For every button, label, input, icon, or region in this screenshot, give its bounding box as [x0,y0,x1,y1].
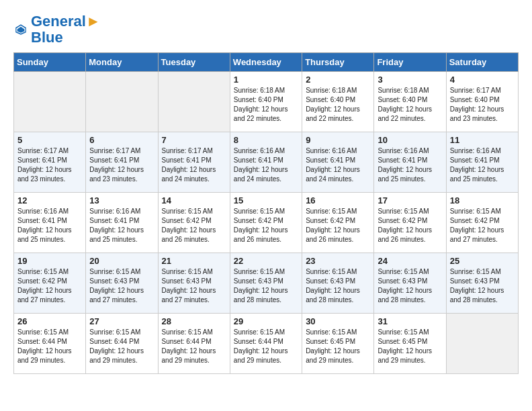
cell-content: Sunrise: 6:15 AMSunset: 6:43 PMDaylight:… [162,267,226,305]
cell-content: Sunrise: 6:15 AMSunset: 6:42 PMDaylight:… [162,207,226,244]
calendar-cell: 1Sunrise: 6:18 AMSunset: 6:40 PMDaylight… [230,72,302,132]
calendar-week-row: 5Sunrise: 6:17 AMSunset: 6:41 PMDaylight… [14,132,519,193]
day-number: 20 [89,256,154,266]
day-number: 9 [306,135,370,145]
calendar-cell: 24Sunrise: 6:15 AMSunset: 6:43 PMDayligh… [374,253,446,314]
cell-content: Sunrise: 6:15 AMSunset: 6:43 PMDaylight:… [450,267,515,305]
day-number: 31 [378,316,442,326]
cell-content: Sunrise: 6:15 AMSunset: 6:43 PMDaylight:… [234,267,298,305]
calendar-week-row: 12Sunrise: 6:16 AMSunset: 6:41 PMDayligh… [14,193,519,253]
cell-content: Sunrise: 6:15 AMSunset: 6:42 PMDaylight:… [306,207,370,244]
day-number: 23 [306,256,370,266]
day-number: 17 [378,195,442,205]
day-number: 4 [450,75,515,85]
day-number: 14 [162,195,226,205]
logo-text-line1: General► [31,13,101,30]
calendar-cell: 30Sunrise: 6:15 AMSunset: 6:45 PMDayligh… [302,314,374,374]
day-number: 6 [89,135,154,145]
calendar-cell: 25Sunrise: 6:15 AMSunset: 6:43 PMDayligh… [446,253,518,314]
cell-content: Sunrise: 6:15 AMSunset: 6:43 PMDaylight:… [89,267,154,305]
calendar-cell [14,72,86,132]
day-number: 7 [162,135,226,145]
day-number: 10 [378,135,442,145]
calendar-cell: 6Sunrise: 6:17 AMSunset: 6:41 PMDaylight… [86,132,158,193]
calendar-cell: 13Sunrise: 6:16 AMSunset: 6:41 PMDayligh… [86,193,158,253]
calendar-cell: 2Sunrise: 6:18 AMSunset: 6:40 PMDaylight… [302,72,374,132]
calendar-cell: 19Sunrise: 6:15 AMSunset: 6:42 PMDayligh… [14,253,86,314]
day-number: 15 [234,195,298,205]
calendar-cell: 22Sunrise: 6:15 AMSunset: 6:43 PMDayligh… [230,253,302,314]
col-header-wednesday: Wednesday [230,53,302,72]
col-header-friday: Friday [374,53,446,72]
day-number: 2 [306,75,370,85]
cell-content: Sunrise: 6:17 AMSunset: 6:40 PMDaylight:… [450,86,515,124]
calendar-cell: 18Sunrise: 6:15 AMSunset: 6:42 PMDayligh… [446,193,518,253]
calendar-cell: 3Sunrise: 6:18 AMSunset: 6:40 PMDaylight… [374,72,446,132]
day-number: 5 [17,135,82,145]
cell-content: Sunrise: 6:15 AMSunset: 6:44 PMDaylight:… [234,328,298,365]
cell-content: Sunrise: 6:15 AMSunset: 6:42 PMDaylight:… [378,207,442,244]
cell-content: Sunrise: 6:15 AMSunset: 6:45 PMDaylight:… [306,328,370,365]
day-number: 1 [234,75,298,85]
cell-content: Sunrise: 6:15 AMSunset: 6:44 PMDaylight:… [162,328,226,365]
cell-content: Sunrise: 6:15 AMSunset: 6:45 PMDaylight:… [378,328,442,365]
calendar-table: SundayMondayTuesdayWednesdayThursdayFrid… [13,52,519,374]
cell-content: Sunrise: 6:16 AMSunset: 6:41 PMDaylight:… [234,146,298,184]
day-number: 28 [162,316,226,326]
day-number: 3 [378,75,442,85]
cell-content: Sunrise: 6:15 AMSunset: 6:42 PMDaylight:… [17,267,82,305]
calendar-cell: 31Sunrise: 6:15 AMSunset: 6:45 PMDayligh… [374,314,446,374]
cell-content: Sunrise: 6:15 AMSunset: 6:42 PMDaylight:… [234,207,298,244]
day-number: 16 [306,195,370,205]
calendar-cell: 21Sunrise: 6:15 AMSunset: 6:43 PMDayligh… [158,253,230,314]
calendar-week-row: 1Sunrise: 6:18 AMSunset: 6:40 PMDaylight… [14,72,519,132]
calendar-cell: 20Sunrise: 6:15 AMSunset: 6:43 PMDayligh… [86,253,158,314]
calendar-cell: 4Sunrise: 6:17 AMSunset: 6:40 PMDaylight… [446,72,518,132]
calendar-cell: 26Sunrise: 6:15 AMSunset: 6:44 PMDayligh… [14,314,86,374]
day-number: 11 [450,135,515,145]
col-header-saturday: Saturday [446,53,518,72]
logo-icon [15,24,27,36]
calendar-cell: 12Sunrise: 6:16 AMSunset: 6:41 PMDayligh… [14,193,86,253]
cell-content: Sunrise: 6:15 AMSunset: 6:44 PMDaylight:… [89,328,154,365]
day-number: 13 [89,195,154,205]
calendar-cell [446,314,518,374]
calendar-cell: 17Sunrise: 6:15 AMSunset: 6:42 PMDayligh… [374,193,446,253]
day-number: 22 [234,256,298,266]
cell-content: Sunrise: 6:18 AMSunset: 6:40 PMDaylight:… [234,86,298,124]
day-number: 30 [306,316,370,326]
cell-content: Sunrise: 6:16 AMSunset: 6:41 PMDaylight:… [306,146,370,184]
cell-content: Sunrise: 6:16 AMSunset: 6:41 PMDaylight:… [89,207,154,244]
page-header: General► Blue [13,13,519,46]
logo-text-line2: Blue [31,30,101,46]
day-number: 26 [17,316,82,326]
logo: General► Blue [13,13,101,46]
cell-content: Sunrise: 6:16 AMSunset: 6:41 PMDaylight:… [17,207,82,244]
calendar-cell: 14Sunrise: 6:15 AMSunset: 6:42 PMDayligh… [158,193,230,253]
cell-content: Sunrise: 6:17 AMSunset: 6:41 PMDaylight:… [162,146,226,184]
day-number: 27 [89,316,154,326]
col-header-sunday: Sunday [14,53,86,72]
cell-content: Sunrise: 6:15 AMSunset: 6:44 PMDaylight:… [17,328,82,365]
day-number: 25 [450,256,515,266]
cell-content: Sunrise: 6:17 AMSunset: 6:41 PMDaylight:… [17,146,82,184]
calendar-cell [158,72,230,132]
day-number: 18 [450,195,515,205]
calendar-cell: 16Sunrise: 6:15 AMSunset: 6:42 PMDayligh… [302,193,374,253]
day-number: 8 [234,135,298,145]
calendar-week-row: 19Sunrise: 6:15 AMSunset: 6:42 PMDayligh… [14,253,519,314]
calendar-cell [86,72,158,132]
day-number: 19 [17,256,82,266]
day-number: 12 [17,195,82,205]
calendar-cell: 9Sunrise: 6:16 AMSunset: 6:41 PMDaylight… [302,132,374,193]
col-header-tuesday: Tuesday [158,53,230,72]
calendar-cell: 27Sunrise: 6:15 AMSunset: 6:44 PMDayligh… [86,314,158,374]
col-header-monday: Monday [86,53,158,72]
cell-content: Sunrise: 6:18 AMSunset: 6:40 PMDaylight:… [378,86,442,124]
cell-content: Sunrise: 6:17 AMSunset: 6:41 PMDaylight:… [89,146,154,184]
calendar-cell: 7Sunrise: 6:17 AMSunset: 6:41 PMDaylight… [158,132,230,193]
calendar-cell: 8Sunrise: 6:16 AMSunset: 6:41 PMDaylight… [230,132,302,193]
day-number: 29 [234,316,298,326]
cell-content: Sunrise: 6:15 AMSunset: 6:43 PMDaylight:… [378,267,442,305]
cell-content: Sunrise: 6:18 AMSunset: 6:40 PMDaylight:… [306,86,370,124]
